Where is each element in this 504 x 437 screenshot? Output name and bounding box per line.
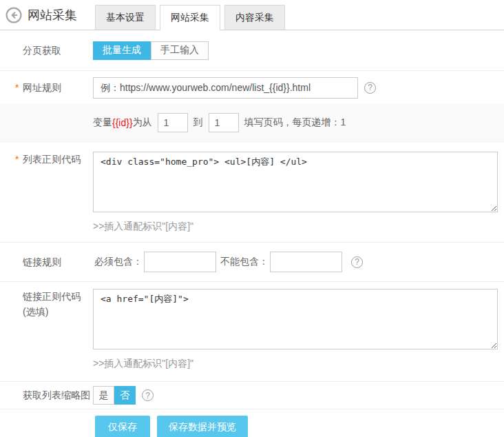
thumbnail-yes-button[interactable]: 是 — [93, 386, 114, 405]
pagination-row: 分页获取 批量生成 手工输入 — [0, 30, 504, 71]
manual-input-button[interactable]: 手工输入 — [151, 41, 209, 60]
footer-actions: 仅保存 保存数据并预览 — [0, 409, 504, 437]
link-regex-sublabel: (选填) — [23, 304, 93, 319]
list-regex-row: * 列表正则代码 <div class="home_pro"> <ul>[内容]… — [0, 142, 504, 243]
page-range-text-before: 变量 — [93, 116, 112, 129]
pagination-label: 分页获取 — [0, 43, 93, 58]
must-contain-input[interactable] — [144, 252, 216, 272]
link-regex-textarea[interactable]: <a href="[内容]"> — [93, 289, 498, 349]
insert-token-link[interactable]: >>插入通配标识"[内容]" — [93, 221, 193, 233]
url-rule-label: * 网址规则 — [0, 80, 93, 95]
question-circle-icon[interactable] — [142, 389, 154, 401]
save-preview-button[interactable]: 保存数据并预览 — [157, 416, 248, 437]
to-page-input[interactable] — [209, 113, 239, 132]
tab-basic-settings[interactable]: 基本设置 — [95, 5, 156, 30]
thumbnail-label: 获取列表缩略图 — [0, 387, 93, 403]
not-contain-input[interactable] — [270, 252, 342, 272]
tab-bar: 基本设置 网站采集 内容采集 — [95, 5, 289, 30]
question-circle-icon[interactable] — [351, 256, 363, 268]
url-rule-input[interactable] — [93, 77, 358, 99]
not-contain-label: 不能包含： — [220, 256, 269, 268]
page-range-text-mid: 为从 — [133, 116, 152, 129]
link-rule-label: 链接规则 — [0, 254, 93, 270]
question-circle-icon[interactable] — [364, 82, 376, 94]
insert-token-link[interactable]: >>插入通配标识"[内容]" — [93, 358, 193, 370]
thumbnail-row: 获取列表缩略图 是 否 — [0, 382, 504, 409]
link-regex-row: 链接正则代码 (选填) <a href="[内容]"> >>插入通配标识"[内容… — [0, 282, 504, 382]
must-contain-label: 必须包含： — [94, 256, 143, 268]
tab-site-collection[interactable]: 网站采集 — [160, 5, 220, 30]
from-page-input[interactable] — [158, 113, 188, 132]
link-rule-row: 链接规则 必须包含： 不能包含： — [0, 243, 504, 282]
thumbnail-toggle: 是 否 — [93, 386, 136, 405]
list-regex-field: <div class="home_pro"> <ul>[内容] </ul> >>… — [93, 152, 498, 233]
required-asterisk: * — [15, 80, 19, 95]
save-button[interactable]: 仅保存 — [95, 416, 150, 437]
thumbnail-no-button[interactable]: 否 — [114, 386, 136, 405]
url-rule-row: * 网址规则 — [0, 71, 504, 104]
list-regex-label: * 列表正则代码 — [0, 152, 93, 233]
link-regex-field: <a href="[内容]"> >>插入通配标识"[内容]" — [93, 289, 498, 370]
batch-generate-button[interactable]: 批量生成 — [93, 41, 151, 60]
pagination-toggle: 批量生成 手工输入 — [93, 41, 209, 60]
page-range-row: 变量{{id}}为从 到 填写页码，每页递增：1 — [0, 104, 504, 142]
link-regex-label: 链接正则代码 (选填) — [0, 289, 93, 370]
id-token: {{id}} — [112, 117, 133, 128]
tab-content-collection[interactable]: 内容采集 — [224, 5, 285, 30]
page-range-text-after: 填写页码，每页递增：1 — [244, 116, 346, 129]
page-range-to-text: 到 — [193, 116, 203, 129]
page-title: 网站采集 — [28, 7, 77, 23]
required-asterisk: * — [15, 152, 19, 167]
page-range-controls: 变量{{id}}为从 到 填写页码，每页递增：1 — [93, 113, 346, 132]
back-arrow-circle-icon[interactable] — [6, 7, 22, 23]
page-header: 网站采集 基本设置 网站采集 内容采集 — [0, 0, 504, 30]
list-regex-textarea[interactable]: <div class="home_pro"> <ul>[内容] </ul> — [93, 152, 498, 212]
